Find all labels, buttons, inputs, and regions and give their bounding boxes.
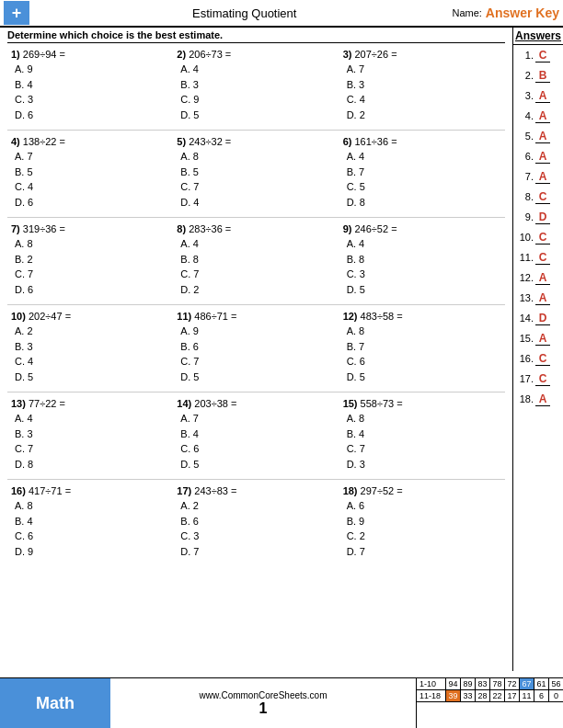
problem-title: 4) 138÷22 = — [11, 136, 169, 147]
name-label: Name: — [452, 7, 481, 18]
problem-block: 1) 269÷94 = A. 9B. 4C. 3D. 6 — [7, 47, 173, 124]
answer-letter: D — [539, 210, 547, 223]
footer-center: www.CommonCoreSheets.com 1 — [110, 678, 416, 728]
score-cell: 17 — [505, 690, 520, 701]
answer-key-label: Answer Key — [486, 6, 559, 20]
problem-title: 8) 283÷36 = — [177, 223, 335, 234]
problem-choice: A. 2 — [177, 498, 335, 514]
answer-item: 12. A — [513, 267, 563, 288]
answer-letter: C — [539, 372, 547, 385]
answer-number: 6. — [517, 151, 534, 162]
problem-block: 11) 486÷71 = A. 9B. 6C. 7D. 5 — [173, 309, 339, 386]
answer-number: 15. — [517, 333, 534, 344]
page-number: 1 — [259, 700, 268, 717]
problem-choice: D. 2 — [343, 108, 501, 123]
problem-block: 9) 246÷52 = A. 4B. 8C. 3D. 5 — [339, 222, 505, 299]
problem-choice: B. 7 — [343, 165, 501, 180]
problem-choice: D. 5 — [177, 370, 335, 385]
problem-row: 13) 77÷22 = A. 4B. 3C. 7D. 8 14) 203÷38 … — [7, 396, 505, 473]
problem-choice: B. 5 — [11, 165, 169, 180]
problem-block: 5) 243÷32 = A. 8B. 5C. 7D. 4 — [173, 134, 339, 211]
problem-choice: B. 7 — [343, 339, 501, 355]
score-table: 1-109489837872676156504411-1839332822171… — [416, 678, 563, 728]
answer-letter: B — [539, 69, 547, 82]
score-cell: 39 — [446, 690, 461, 701]
answer-item: 14. D — [513, 308, 563, 328]
problem-choice: C. 3 — [343, 267, 501, 282]
answer-letter: C — [539, 49, 547, 62]
problem-title: 3) 207÷26 = — [343, 49, 501, 60]
answer-letter: A — [539, 271, 547, 284]
score-label: 11-18 — [417, 690, 446, 701]
answer-number: 13. — [517, 292, 534, 303]
answer-number: 18. — [517, 393, 534, 404]
answer-letter: A — [539, 109, 547, 122]
problem-choice: D. 3 — [343, 457, 501, 472]
main-content: Determine which choice is the best estim… — [0, 28, 512, 564]
answer-letter: C — [539, 231, 547, 244]
answer-number: 16. — [517, 353, 534, 364]
answer-item: 16. C — [513, 348, 563, 369]
problem-choice: D. 5 — [177, 457, 335, 472]
problem-title: 1) 269÷94 = — [11, 49, 169, 60]
problem-choice: A. 8 — [11, 236, 169, 252]
problem-choice: B. 4 — [11, 77, 169, 93]
problem-choice: C. 7 — [11, 267, 169, 282]
math-label: Math — [0, 678, 110, 728]
problem-choice: C. 6 — [11, 529, 169, 544]
problem-choice: A. 8 — [177, 149, 335, 165]
problem-title: 11) 486÷71 = — [177, 311, 335, 322]
section-divider — [7, 479, 505, 480]
problem-choice: A. 6 — [343, 498, 501, 514]
answer-item: 13. A — [513, 288, 563, 308]
answer-letter: A — [539, 89, 547, 102]
answer-item: 17. C — [513, 369, 563, 389]
problem-block: 3) 207÷26 = A. 7B. 3C. 4D. 2 — [339, 47, 505, 124]
website-label: www.CommonCoreSheets.com — [200, 690, 327, 700]
answer-item: 15. A — [513, 328, 563, 348]
score-cell: 11 — [520, 690, 534, 701]
problem-choice: D. 4 — [177, 195, 335, 210]
problem-block: 10) 202÷47 = A. 2B. 3C. 4D. 5 — [7, 309, 173, 386]
problem-title: 7) 319÷36 = — [11, 223, 169, 234]
page-title: Estimating Quotient — [37, 6, 452, 20]
problem-choice: A. 4 — [177, 62, 335, 77]
problem-choice: B. 4 — [343, 427, 501, 442]
problem-choice: D. 2 — [177, 282, 335, 298]
problem-choice: C. 7 — [11, 441, 169, 457]
answer-line: A — [535, 332, 550, 346]
problem-block: 16) 417÷71 = A. 8B. 4C. 6D. 9 — [7, 483, 173, 561]
answers-header: Answers — [513, 28, 563, 45]
problem-choice: A. 7 — [11, 149, 169, 165]
problem-choice: C. 9 — [177, 92, 335, 108]
answer-item: 18. A — [513, 389, 563, 409]
score-cell: 61 — [534, 678, 549, 689]
logo-icon — [4, 1, 29, 25]
problem-choice: D. 5 — [177, 108, 335, 123]
problem-choice: C. 4 — [11, 179, 169, 195]
problem-choice: B. 3 — [177, 77, 335, 93]
score-cell: 22 — [490, 690, 505, 701]
problem-choice: B. 5 — [177, 165, 335, 180]
problem-block: 17) 243÷83 = A. 2B. 6C. 3D. 7 — [173, 483, 339, 561]
problem-block: 7) 319÷36 = A. 8B. 2C. 7D. 6 — [7, 222, 173, 299]
answer-number: 9. — [517, 211, 534, 222]
problem-choice: A. 7 — [177, 411, 335, 427]
problem-block: 18) 297÷52 = A. 6B. 9C. 2D. 7 — [339, 483, 505, 561]
problem-choice: A. 4 — [11, 411, 169, 427]
answer-number: 14. — [517, 313, 534, 324]
problem-choice: C. 7 — [343, 441, 501, 457]
problem-choice: A. 4 — [177, 236, 335, 252]
answer-line: C — [535, 49, 550, 63]
answer-number: 4. — [517, 110, 534, 121]
problem-block: 12) 483÷58 = A. 8B. 7C. 6D. 5 — [339, 309, 505, 386]
score-cell: 94 — [446, 678, 461, 689]
answer-line: A — [535, 392, 550, 406]
answer-item: 8. C — [513, 187, 563, 207]
score-cell: 56 — [549, 678, 563, 689]
problem-choice: A. 7 — [343, 62, 501, 77]
answer-item: 6. A — [513, 146, 563, 166]
problem-choice: D. 8 — [343, 195, 501, 210]
answer-letter: C — [539, 190, 547, 203]
score-row: 1-1094898378726761565044 — [417, 678, 563, 690]
